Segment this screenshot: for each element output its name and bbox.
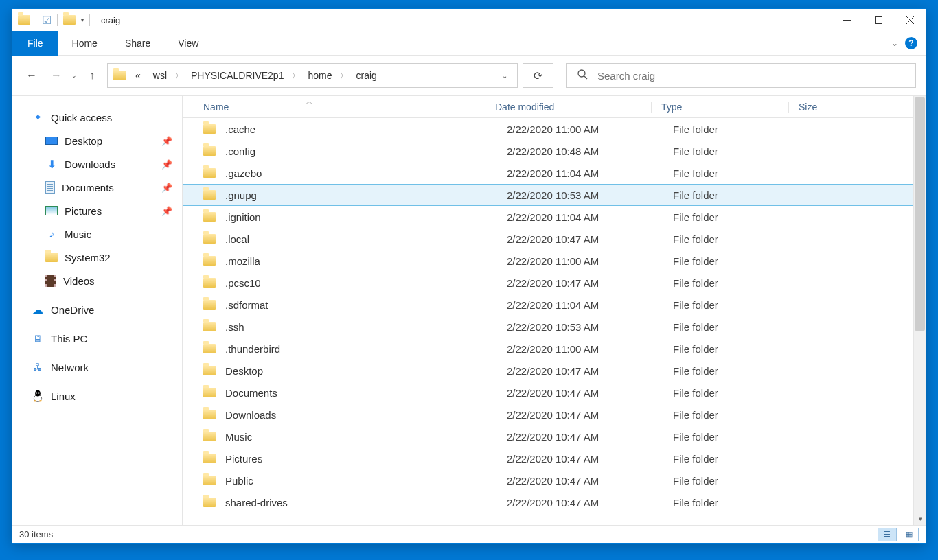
file-row[interactable]: Documents2/22/2020 10:47 AMFile folder [183,382,913,404]
file-row[interactable]: .gazebo2/22/2020 11:04 AMFile folder [183,162,913,184]
folder-icon [203,146,216,156]
file-date: 2/22/2020 11:04 AM [497,299,663,311]
file-date: 2/22/2020 11:00 AM [497,343,663,355]
chevron-right-icon[interactable]: 〉 [292,71,299,81]
nav-item-desktop[interactable]: Desktop📌 [12,129,182,152]
nav-quick-access[interactable]: ✦ Quick access [12,106,182,129]
file-row[interactable]: .ignition2/22/2020 11:04 AMFile folder [183,206,913,228]
search-box[interactable] [566,63,916,88]
breadcrumb-2[interactable]: home [304,70,336,81]
file-name: .sdformat [225,299,497,311]
file-row[interactable]: .local2/22/2020 10:47 AMFile folder [183,228,913,250]
view-large-icons-button[interactable]: ▦ [900,528,919,541]
back-button[interactable]: ← [22,66,41,85]
folder-icon [203,388,216,397]
file-date: 2/22/2020 11:04 AM [497,211,663,223]
scroll-down-icon[interactable]: ▾ [914,513,926,525]
refresh-button[interactable]: ⟳ [523,63,553,88]
help-icon[interactable]: ? [905,37,917,49]
column-type[interactable]: Type [651,102,788,113]
file-row[interactable]: .sdformat2/22/2020 11:04 AMFile folder [183,294,913,316]
file-row[interactable]: Music2/22/2020 10:47 AMFile folder [183,425,913,447]
file-name: Pictures [225,453,497,465]
scrollbar-thumb[interactable] [915,97,925,331]
nav-item-system32[interactable]: System32 [12,246,182,269]
recent-locations-icon[interactable]: ⌄ [71,72,77,79]
file-row[interactable]: .ssh2/22/2020 10:53 AMFile folder [183,316,913,338]
file-name: .local [225,233,497,245]
ribbon-expand-icon[interactable]: ⌄ [891,38,898,48]
address-bar[interactable]: « wsl 〉 PHYSICALDRIVE2p1 〉 home 〉 craig … [107,63,518,88]
forward-button[interactable]: → [47,66,66,85]
file-type: File folder [663,277,801,289]
file-row[interactable]: Public2/22/2020 10:47 AMFile folder [183,469,913,491]
nav-item-documents[interactable]: Documents📌 [12,176,182,199]
up-button[interactable]: ↑ [82,66,102,85]
nav-item-music[interactable]: ♪Music [12,222,182,246]
breadcrumb-1[interactable]: PHYSICALDRIVE2p1 [187,70,288,81]
file-row[interactable]: Downloads2/22/2020 10:47 AMFile folder [183,404,913,425]
file-row[interactable]: Pictures2/22/2020 10:47 AMFile folder [183,447,913,469]
file-row[interactable]: .cache2/22/2020 11:00 AMFile folder [183,118,913,140]
star-icon: ✦ [32,111,44,124]
file-date: 2/22/2020 10:53 AM [497,321,663,333]
chevron-right-icon[interactable]: 〉 [175,71,183,81]
file-tab[interactable]: File [12,31,58,56]
file-row[interactable]: .gnupg2/22/2020 10:53 AMFile folder [183,184,913,206]
window-title: craig [95,15,120,25]
file-row[interactable]: shared-drives2/22/2020 10:47 AMFile fold… [183,491,913,513]
nav-onedrive[interactable]: ☁ OneDrive [12,298,182,321]
svg-point-4 [578,70,585,77]
file-row[interactable]: .mozilla2/22/2020 11:00 AMFile folder [183,250,913,272]
sort-ascending-icon: ︿ [306,97,312,106]
column-date[interactable]: Date modified [485,102,651,113]
breadcrumb-0[interactable]: wsl [149,70,171,81]
address-bar-row: ← → ⌄ ↑ « wsl 〉 PHYSICALDRIVE2p1 〉 home … [12,56,926,95]
scrollbar[interactable]: ▴ ▾ [913,96,926,525]
nav-label: Network [51,362,89,373]
file-row[interactable]: .config2/22/2020 10:48 AMFile folder [183,140,913,162]
folder-icon [203,190,216,200]
qat-properties-icon[interactable]: ☑ [42,14,52,27]
nav-this-pc[interactable]: 🖥 This PC [12,327,182,350]
pin-icon: 📌 [161,159,172,170]
address-folder-icon [113,71,126,80]
maximize-button[interactable] [862,9,894,31]
breadcrumb-ellipsis[interactable]: « [131,70,145,81]
qat-customize-icon[interactable]: ▾ [81,17,84,23]
file-row[interactable]: .thunderbird2/22/2020 11:00 AMFile folde… [183,338,913,360]
file-name: .gnupg [225,189,497,201]
explorer-window: ☑ ▾ craig File Home Share View ⌄ ? ← → ⌄… [12,8,926,544]
file-row[interactable]: Desktop2/22/2020 10:47 AMFile folder [183,360,913,382]
qat-newfolder-icon[interactable] [63,15,76,25]
nav-label: Downloads [65,159,115,170]
breadcrumb-3[interactable]: craig [352,70,380,81]
nav-item-videos[interactable]: Videos [12,269,182,292]
title-bar[interactable]: ☑ ▾ craig [12,9,926,31]
close-button[interactable] [894,9,926,31]
navigation-pane: ✦ Quick access Desktop📌⬇Downloads📌Docume… [12,96,183,525]
nav-network[interactable]: 🖧 Network [12,355,182,379]
view-details-button[interactable]: ☰ [878,528,897,541]
nav-label: This PC [51,333,87,345]
file-type: File folder [663,475,801,487]
address-history-icon[interactable]: ⌄ [498,72,512,80]
chevron-right-icon[interactable]: 〉 [340,71,347,81]
file-date: 2/22/2020 11:00 AM [497,124,663,135]
tab-home[interactable]: Home [58,31,111,56]
search-input[interactable] [597,70,904,82]
svg-point-12 [34,400,37,401]
folder-icon [45,253,58,262]
column-name[interactable]: Name ︿ [203,102,485,113]
nav-item-pictures[interactable]: Pictures📌 [12,199,182,222]
column-size[interactable]: Size [788,102,884,113]
tab-view[interactable]: View [164,31,212,56]
file-type: File folder [663,189,801,201]
tab-share[interactable]: Share [111,31,164,56]
file-type: File folder [663,409,801,421]
file-date: 2/22/2020 10:53 AM [497,189,663,201]
nav-linux[interactable]: Linux [12,384,182,408]
file-row[interactable]: .pcsc102/22/2020 10:47 AMFile folder [183,272,913,294]
minimize-button[interactable] [831,9,862,31]
nav-item-downloads[interactable]: ⬇Downloads📌 [12,152,182,176]
